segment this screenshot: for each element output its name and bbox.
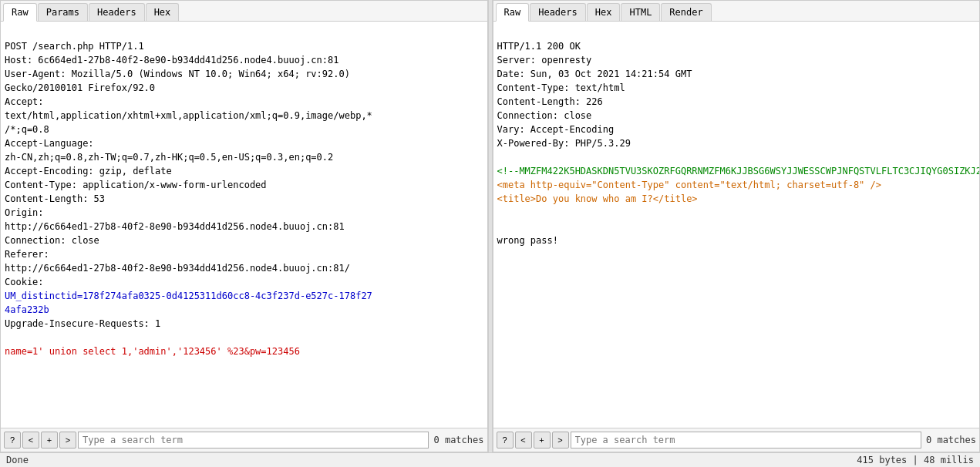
- next-icon: >: [66, 435, 70, 445]
- left-content: POST /search.php HTTP/1.1 Host: 6c664ed1…: [1, 22, 487, 428]
- plus-icon: +: [47, 435, 52, 445]
- right-search-next[interactable]: >: [552, 432, 569, 449]
- right-search-bar: ? < + > 0 matches: [493, 428, 980, 452]
- tab-headers-left[interactable]: Headers: [89, 3, 145, 21]
- left-search-next-plus[interactable]: +: [41, 432, 58, 449]
- right-search-input[interactable]: [571, 432, 921, 449]
- left-search-bar: ? < + > 0 matches: [1, 428, 487, 452]
- left-panel: Raw Params Headers Hex POST /search.php …: [0, 0, 488, 452]
- next-icon-right: >: [557, 435, 562, 445]
- tab-raw-left[interactable]: Raw: [3, 3, 37, 22]
- left-search-help[interactable]: ?: [4, 432, 21, 449]
- right-panel: Raw Headers Hex HTML Render HTTP/1.1 200…: [493, 0, 981, 452]
- left-content-text: POST /search.php HTTP/1.1 Host: 6c664ed1…: [5, 41, 372, 357]
- question-icon: ?: [10, 435, 15, 445]
- tab-params-left[interactable]: Params: [38, 3, 88, 21]
- right-search-help[interactable]: ?: [497, 432, 514, 449]
- tab-html-right[interactable]: HTML: [621, 3, 660, 21]
- status-bar: Done 415 bytes | 48 millis: [0, 452, 980, 467]
- question-icon-right: ?: [502, 435, 507, 445]
- status-left: Done: [6, 455, 29, 465]
- right-content-text: HTTP/1.1 200 OK Server: openresty Date: …: [497, 41, 980, 246]
- tab-headers-right[interactable]: Headers: [530, 3, 586, 21]
- left-matches-count: 0 matches: [430, 435, 483, 445]
- tab-hex-left[interactable]: Hex: [146, 3, 180, 21]
- left-search-input[interactable]: [78, 432, 429, 449]
- right-search-next-plus[interactable]: +: [534, 432, 551, 449]
- tab-raw-right[interactable]: Raw: [496, 3, 530, 22]
- left-tab-bar: Raw Params Headers Hex: [1, 1, 487, 22]
- tab-hex-right[interactable]: Hex: [587, 3, 621, 21]
- right-tab-bar: Raw Headers Hex HTML Render: [493, 1, 980, 22]
- right-content: HTTP/1.1 200 OK Server: openresty Date: …: [493, 22, 980, 428]
- prev-icon: <: [29, 435, 33, 445]
- left-search-next[interactable]: >: [59, 432, 76, 449]
- right-search-prev[interactable]: <: [515, 432, 532, 449]
- tab-render-right[interactable]: Render: [661, 3, 711, 21]
- left-search-prev[interactable]: <: [22, 432, 39, 449]
- prev-icon-right: <: [520, 435, 525, 445]
- status-right: 415 bytes | 48 millis: [857, 455, 974, 465]
- right-matches-count: 0 matches: [923, 435, 976, 445]
- plus-icon-right: +: [539, 435, 544, 445]
